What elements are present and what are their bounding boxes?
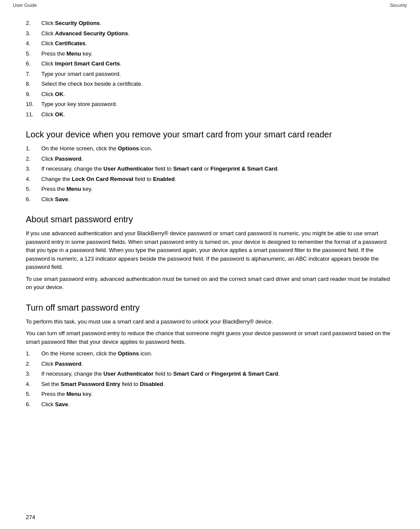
list-item: 5.Press the Menu key. <box>26 185 394 193</box>
section2-heading: About smart password entry <box>26 214 394 225</box>
step-number: 6. <box>26 400 41 409</box>
list-item: 7.Type your smart card password. <box>26 70 394 78</box>
step-content: Select the check box beside a certificat… <box>41 80 143 88</box>
list-item: 3.Click Advanced Security Options. <box>26 29 394 38</box>
list-item: 1.On the Home screen, click the Options … <box>26 144 394 153</box>
step-number: 2. <box>26 360 41 368</box>
header-right: Security <box>390 3 407 8</box>
step-content: Type your key store password. <box>41 100 117 109</box>
list-item: 4.Set the Smart Password Entry field to … <box>26 380 394 389</box>
step-content: Press the Menu key. <box>41 50 93 58</box>
step-number: 10. <box>26 100 41 109</box>
list-item: 5.Press the Menu key. <box>26 50 394 58</box>
step-content: Click Security Options. <box>41 19 101 28</box>
step-number: 1. <box>26 144 41 153</box>
step-number: 2. <box>26 19 41 28</box>
step-number: 3. <box>26 370 41 378</box>
list-item: 8.Select the check box beside a certific… <box>26 80 394 88</box>
list-item: 9.Click OK. <box>26 90 394 99</box>
step-number: 2. <box>26 155 41 163</box>
list-item: 4.Click Certificates. <box>26 39 394 48</box>
paragraph: To use smart password entry, advanced au… <box>26 275 394 292</box>
step-number: 1. <box>26 349 41 358</box>
list-item: 3.If necessary, change the User Authenti… <box>26 370 394 378</box>
step-content: Click Password. <box>41 155 83 163</box>
step-content: Set the Smart Password Entry field to Di… <box>41 380 165 389</box>
step-content: On the Home screen, click the Options ic… <box>41 349 152 358</box>
step-content: Click Save. <box>41 195 70 204</box>
section1-steps-list: 1.On the Home screen, click the Options … <box>26 144 394 203</box>
step-number: 3. <box>26 165 41 173</box>
step-content: Click Advanced Security Options. <box>41 29 130 38</box>
step-number: 5. <box>26 185 41 193</box>
step-content: Click OK. <box>41 90 65 99</box>
list-item: 2.Click Password. <box>26 155 394 163</box>
step-number: 4. <box>26 380 41 389</box>
list-item: 3.If necessary, change the User Authenti… <box>26 165 394 173</box>
page-number: 274 <box>26 514 35 520</box>
step-number: 11. <box>26 110 41 119</box>
list-item: 5.Press the Menu key. <box>26 390 394 398</box>
step-content: Click OK. <box>41 110 65 119</box>
step-content: Type your smart card password. <box>41 70 121 78</box>
section3-heading: Turn off smart password entry <box>26 302 394 313</box>
section3-paragraphs: To perform this task, you must use a sma… <box>26 317 394 346</box>
step-number: 4. <box>26 175 41 184</box>
step-number: 4. <box>26 39 41 48</box>
step-content: Click Save. <box>41 400 70 409</box>
step-number: 6. <box>26 59 41 68</box>
step-content: Press the Menu key. <box>41 185 93 193</box>
page-footer: 274 <box>26 514 35 520</box>
paragraph: To perform this task, you must use a sma… <box>26 317 394 326</box>
step-content: If necessary, change the User Authentica… <box>41 165 279 173</box>
step-number: 9. <box>26 90 41 99</box>
header-left: User Guide <box>13 3 37 8</box>
step-content: Click Certificates. <box>41 39 87 48</box>
section2-paragraphs: If you use advanced authentication and y… <box>26 229 394 292</box>
list-item: 6.Click Import Smart Card Certs. <box>26 59 394 68</box>
list-item: 1.On the Home screen, click the Options … <box>26 349 394 358</box>
intro-steps-list: 2.Click Security Options.3.Click Advance… <box>26 19 394 118</box>
step-content: Click Password. <box>41 360 83 368</box>
list-item: 11.Click OK. <box>26 110 394 119</box>
step-number: 8. <box>26 80 41 88</box>
main-content: 2.Click Security Options.3.Click Advance… <box>0 10 420 434</box>
list-item: 10.Type your key store password. <box>26 100 394 109</box>
list-item: 2.Click Password. <box>26 360 394 368</box>
step-content: Press the Menu key. <box>41 390 93 398</box>
step-number: 6. <box>26 195 41 204</box>
list-item: 2.Click Security Options. <box>26 19 394 28</box>
step-number: 5. <box>26 50 41 58</box>
step-content: Click Import Smart Card Certs. <box>41 59 121 68</box>
step-number: 7. <box>26 70 41 78</box>
step-content: On the Home screen, click the Options ic… <box>41 144 152 153</box>
list-item: 6.Click Save. <box>26 195 394 204</box>
section1-heading: Lock your device when you remove your sm… <box>26 129 394 140</box>
list-item: 4.Change the Lock On Card Removal field … <box>26 175 394 184</box>
paragraph: You can turn off smart password entry to… <box>26 329 394 346</box>
step-content: Change the Lock On Card Removal field to… <box>41 175 176 184</box>
step-content: If necessary, change the User Authentica… <box>41 370 280 378</box>
list-item: 6.Click Save. <box>26 400 394 409</box>
section3-steps-list: 1.On the Home screen, click the Options … <box>26 349 394 408</box>
paragraph: If you use advanced authentication and y… <box>26 229 394 271</box>
step-number: 3. <box>26 29 41 38</box>
step-number: 5. <box>26 390 41 398</box>
page-header: User Guide Security <box>0 0 420 10</box>
